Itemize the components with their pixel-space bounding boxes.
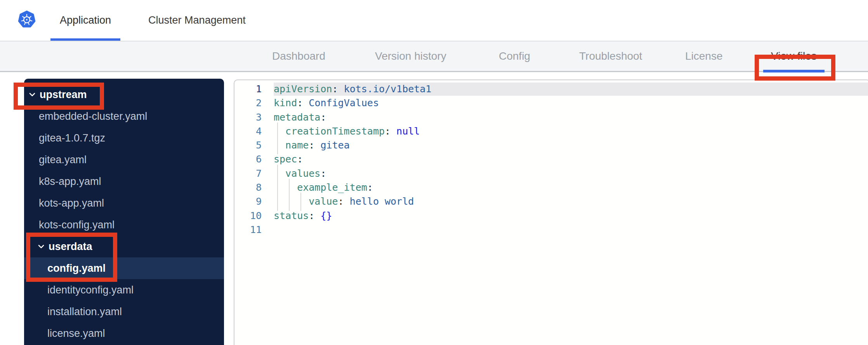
- code-text: spec:: [274, 152, 303, 166]
- line-number: 5: [234, 138, 262, 152]
- token-key: example_item: [297, 182, 367, 193]
- code-line-5[interactable]: 5 name: gitea: [234, 138, 868, 152]
- code-text: apiVersion: kots.io/v1beta1: [274, 82, 431, 96]
- file-gitea-1-0-7-tgz[interactable]: gitea-1.0.7.tgz: [24, 127, 224, 149]
- code-line-4[interactable]: 4 creationTimestamp: null: [234, 124, 868, 138]
- code-line-2[interactable]: 2kind: ConfigValues: [234, 96, 868, 110]
- token-punc: :: [309, 210, 314, 221]
- app-header: ApplicationCluster Management: [0, 0, 868, 41]
- code-line-9[interactable]: 9 value: hello world: [234, 195, 868, 209]
- code-line-1[interactable]: 1apiVersion: kots.io/v1beta1: [234, 82, 868, 96]
- token-punc: :: [320, 168, 326, 179]
- code-line-11[interactable]: 11: [234, 223, 868, 237]
- folder-label: upstream: [40, 89, 87, 101]
- token-punc: :: [297, 154, 303, 165]
- file-label: license.yaml: [47, 328, 105, 340]
- line-number: 9: [234, 195, 262, 209]
- token-key: value: [309, 196, 338, 207]
- file-label: config.yaml: [47, 262, 106, 274]
- file-label: kots-app.yaml: [39, 197, 104, 209]
- token-plain: [274, 140, 285, 151]
- tab-version-history[interactable]: Version history: [375, 41, 446, 71]
- tab-troubleshoot[interactable]: Troubleshoot: [579, 41, 642, 71]
- file-kots-config-yaml[interactable]: kots-config.yaml: [24, 214, 224, 236]
- file-label: embedded-cluster.yaml: [39, 110, 147, 122]
- tab-label: Troubleshoot: [579, 50, 642, 62]
- chevron-down-icon[interactable]: [37, 242, 45, 251]
- code-line-3[interactable]: 3metadata:: [234, 110, 868, 124]
- file-label: gitea-1.0.7.tgz: [39, 132, 105, 144]
- folder-upstream[interactable]: upstream: [24, 84, 224, 105]
- token-key: values: [285, 168, 320, 179]
- header-tabs: ApplicationCluster Management: [50, 0, 255, 41]
- token-key: status: [274, 210, 309, 221]
- file-installation-yaml[interactable]: installation.yaml: [24, 301, 224, 323]
- indent-guide: [277, 136, 278, 154]
- token-key: kind: [274, 97, 297, 109]
- folder-label: userdata: [49, 241, 92, 253]
- line-number: 10: [234, 209, 262, 223]
- tab-label: License: [685, 50, 723, 62]
- tab-license[interactable]: License: [685, 41, 723, 71]
- file-label: k8s-app.yaml: [39, 176, 101, 188]
- token-punc: :: [338, 196, 344, 207]
- line-number: 7: [234, 167, 262, 181]
- file-label: installation.yaml: [47, 306, 122, 318]
- token-punc: :: [367, 182, 373, 193]
- file-embedded-cluster-yaml[interactable]: embedded-cluster.yaml: [24, 105, 224, 127]
- header-tab-application[interactable]: Application: [50, 0, 120, 41]
- tab-dashboard[interactable]: Dashboard: [272, 41, 325, 71]
- header-tab-cluster-management[interactable]: Cluster Management: [139, 0, 255, 41]
- tab-view-files[interactable]: View files: [771, 41, 817, 71]
- file-kots-app-yaml[interactable]: kots-app.yaml: [24, 192, 224, 214]
- tab-config[interactable]: Config: [499, 41, 530, 71]
- token-val: gitea: [320, 140, 349, 151]
- token-key: metadata: [274, 112, 320, 123]
- token-key: apiVersion: [274, 83, 332, 95]
- code-text: metadata:: [274, 110, 326, 124]
- token-punc: :: [320, 112, 326, 123]
- file-config-yaml[interactable]: config.yaml: [24, 257, 224, 279]
- token-punc: :: [309, 140, 314, 151]
- file-label: identityconfig.yaml: [47, 284, 134, 296]
- file-license-yaml[interactable]: license.yaml: [24, 323, 224, 344]
- file-gitea-yaml[interactable]: gitea.yaml: [24, 149, 224, 171]
- code-text: name: gitea: [274, 138, 350, 152]
- code-line-7[interactable]: 7 values:: [234, 167, 868, 181]
- token-punc: :: [385, 126, 391, 137]
- token-key: spec: [274, 154, 297, 165]
- code-text: status: {}: [274, 209, 332, 223]
- file-label: gitea.yaml: [39, 154, 87, 166]
- tab-label: Dashboard: [272, 50, 325, 62]
- token-plain: [314, 210, 320, 221]
- app-subnav: DashboardVersion historyConfigTroublesho…: [0, 41, 868, 72]
- token-plain: [274, 126, 285, 137]
- token-plain: [338, 83, 344, 95]
- indent-guide: [277, 193, 278, 210]
- file-identityconfig-yaml[interactable]: identityconfig.yaml: [24, 279, 224, 301]
- code-line-6[interactable]: 6spec:: [234, 152, 868, 166]
- chevron-down-icon[interactable]: [28, 90, 36, 99]
- token-val: hello world: [350, 196, 414, 207]
- code-line-10[interactable]: 10status: {}: [234, 209, 868, 223]
- token-plain: [274, 196, 309, 207]
- file-tree-sidebar: upstreamembedded-cluster.yamlgitea-1.0.7…: [24, 79, 224, 345]
- line-number: 6: [234, 152, 262, 166]
- line-number: 2: [234, 96, 262, 110]
- token-plain: [344, 196, 350, 207]
- code-text: value: hello world: [274, 195, 414, 209]
- line-number: 1: [234, 82, 262, 96]
- line-number: 11: [234, 223, 262, 237]
- folder-userdata[interactable]: userdata: [24, 236, 224, 257]
- token-val: ConfigValues: [309, 97, 379, 109]
- token-atom: null: [396, 126, 420, 137]
- code-text: creationTimestamp: null: [274, 124, 420, 138]
- token-punc: :: [297, 97, 303, 109]
- token-atom: {}: [320, 210, 332, 221]
- code-text: kind: ConfigValues: [274, 96, 379, 110]
- code-line-8[interactable]: 8 example_item:: [234, 181, 868, 195]
- file-k8s-app-yaml[interactable]: k8s-app.yaml: [24, 171, 224, 192]
- tab-label: View files: [771, 50, 817, 62]
- indent-guide: [300, 193, 301, 210]
- yaml-code-editor[interactable]: 1apiVersion: kots.io/v1beta12kind: Confi…: [234, 79, 868, 345]
